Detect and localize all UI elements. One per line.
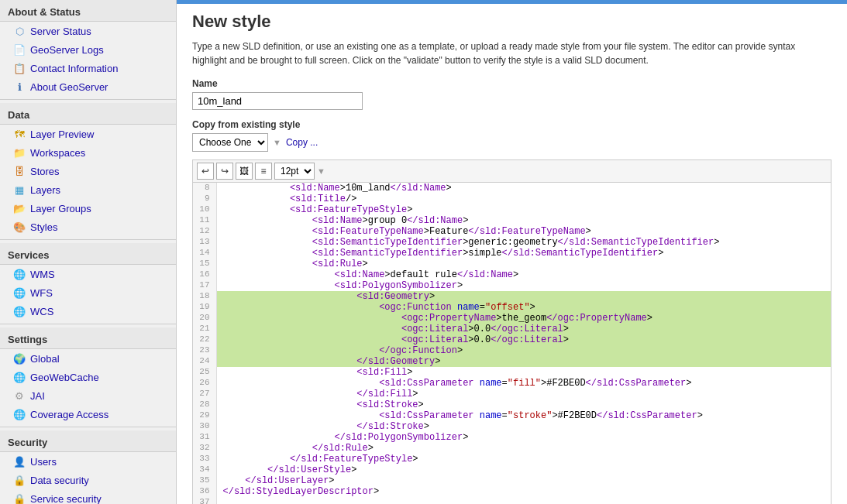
copy-label: Copy from existing style — [192, 119, 832, 130]
sidebar-item-contact-information[interactable]: 📋 Contact Information — [0, 59, 176, 77]
layer-groups-icon: 📂 — [12, 201, 26, 215]
sidebar-item-wfs[interactable]: 🌐 WFS — [0, 283, 176, 302]
undo-button[interactable]: ↩ — [197, 163, 214, 180]
line-number: 31 — [193, 432, 216, 443]
line-code: <sld:FeatureTypeName>Feature</sld:Featur… — [216, 226, 831, 237]
table-row: 26 <sld:CssParameter name="fill">#F2BE0D… — [193, 378, 831, 389]
sidebar: About & Status ⬡ Server Status 📄 GeoServ… — [0, 0, 177, 504]
line-number: 30 — [193, 421, 216, 432]
global-icon: 🌍 — [12, 351, 26, 365]
line-number: 27 — [193, 389, 216, 399]
table-row: 12 <sld:FeatureTypeName>Feature</sld:Fea… — [193, 226, 831, 237]
line-code: <sld:Fill> — [216, 367, 831, 378]
sidebar-item-geoserver-logs[interactable]: 📄 GeoServer Logs — [0, 40, 176, 59]
line-number: 9 — [193, 194, 216, 204]
sidebar-item-layer-groups[interactable]: 📂 Layer Groups — [0, 199, 176, 218]
sidebar-item-geowebcache[interactable]: 🌐 GeoWebCache — [0, 368, 176, 386]
sidebar-item-server-status[interactable]: ⬡ Server Status — [0, 22, 176, 40]
sidebar-item-jai[interactable]: ⚙ JAI — [0, 386, 176, 405]
sidebar-item-wcs[interactable]: 🌐 WCS — [0, 302, 176, 321]
page-description: Type a new SLD definition, or use an exi… — [192, 39, 832, 67]
line-number: 28 — [193, 399, 216, 410]
line-code: </sld:FeatureTypeStyle> — [216, 454, 831, 465]
users-icon: 👤 — [12, 454, 26, 468]
line-code: </sld:Fill> — [216, 389, 831, 399]
copy-link[interactable]: Copy ... — [286, 137, 318, 148]
table-row: 35 </sld:UserLayer> — [193, 475, 831, 486]
table-row: 20 <ogc:PropertyName>the_geom</ogc:Prope… — [193, 313, 831, 324]
sidebar-item-data-security[interactable]: 🔒 Data security — [0, 471, 176, 489]
sidebar-item-stores[interactable]: 🗄 Stores — [0, 162, 176, 180]
sidebar-item-layers[interactable]: ▦ Layers — [0, 180, 176, 199]
table-row: 34 </sld:UserStyle> — [193, 465, 831, 475]
sidebar-item-layer-preview[interactable]: 🗺 Layer Preview — [0, 125, 176, 143]
wfs-icon: 🌐 — [12, 286, 26, 300]
line-number: 36 — [193, 486, 216, 497]
line-code: <ogc:Literal>0.0</ogc:Literal> — [216, 334, 831, 345]
name-label: Name — [192, 78, 832, 89]
line-code: <sld:Title/> — [216, 194, 831, 204]
line-number: 16 — [193, 269, 216, 280]
line-code: <ogc:Function name="offset"> — [216, 302, 831, 313]
line-number: 29 — [193, 410, 216, 421]
logs-icon: 📄 — [12, 43, 26, 57]
sidebar-item-global[interactable]: 🌍 Global — [0, 349, 176, 368]
code-editor[interactable]: 8 <sld:Name>10m_land</sld:Name>9 <sld:Ti… — [192, 182, 832, 504]
styles-icon: 🎨 — [12, 220, 26, 234]
sidebar-item-about-geoserver[interactable]: ℹ About GeoServer — [0, 77, 176, 96]
line-number: 10 — [193, 204, 216, 215]
table-row: 27 </sld:Fill> — [193, 389, 831, 399]
sidebar-item-styles[interactable]: 🎨 Styles — [0, 218, 176, 236]
line-code: <sld:Geometry> — [216, 291, 831, 302]
page-title: New style — [192, 12, 832, 32]
line-code: <ogc:Literal>0.0</ogc:Literal> — [216, 324, 831, 334]
sidebar-item-coverage-access[interactable]: 🌐 Coverage Access — [0, 405, 176, 423]
sidebar-item-service-security[interactable]: 🔒 Service security — [0, 489, 176, 504]
list-button[interactable]: ≡ — [255, 163, 272, 180]
line-number: 12 — [193, 226, 216, 237]
line-code: <sld:SemanticTypeIdentifier>generic:geom… — [216, 237, 831, 248]
table-row: 19 <ogc:Function name="offset"> — [193, 302, 831, 313]
table-row: 31 </sld:PolygonSymbolizer> — [193, 432, 831, 443]
line-number: 18 — [193, 291, 216, 302]
service-sec-icon: 🔒 — [12, 492, 26, 504]
line-code: <sld:Rule> — [216, 259, 831, 269]
sidebar-item-wms[interactable]: 🌐 WMS — [0, 265, 176, 283]
sidebar-section-security: Security — [0, 430, 176, 452]
line-code: <sld:SemanticTypeIdentifier>simple</sld:… — [216, 248, 831, 259]
line-number: 22 — [193, 334, 216, 345]
workspaces-icon: 📁 — [12, 146, 26, 159]
image-button[interactable]: 🖼 — [236, 163, 253, 180]
name-input[interactable] — [192, 92, 363, 110]
table-row: 11 <sld:Name>group 0</sld:Name> — [193, 215, 831, 226]
line-number: 15 — [193, 259, 216, 269]
table-row: 16 <sld:Name>default rule</sld:Name> — [193, 269, 831, 280]
top-bar — [177, 0, 847, 4]
sidebar-item-workspaces[interactable]: 📁 Workspaces — [0, 143, 176, 162]
geocache-icon: 🌐 — [12, 370, 26, 384]
table-row: 13 <sld:SemanticTypeIdentifier>generic:g… — [193, 237, 831, 248]
table-row: 17 <sld:PolygonSymbolizer> — [193, 280, 831, 291]
line-code: </sld:Geometry> — [216, 356, 831, 367]
line-code: <sld:FeatureTypeStyle> — [216, 204, 831, 215]
copy-select[interactable]: Choose One — [192, 133, 268, 152]
layer-preview-icon: 🗺 — [12, 127, 26, 141]
font-size-select[interactable]: 12pt — [274, 163, 315, 180]
line-code: </sld:Stroke> — [216, 421, 831, 432]
table-row: 18 <sld:Geometry> — [193, 291, 831, 302]
data-sec-icon: 🔒 — [12, 473, 26, 487]
line-code: </sld:UserStyle> — [216, 465, 831, 475]
table-row: 33 </sld:FeatureTypeStyle> — [193, 454, 831, 465]
contact-icon: 📋 — [12, 61, 26, 75]
table-row: 30 </sld:Stroke> — [193, 421, 831, 432]
line-number: 34 — [193, 465, 216, 475]
font-size-arrow: ▼ — [317, 166, 325, 176]
line-code: </sld:UserLayer> — [216, 475, 831, 486]
redo-button[interactable]: ↪ — [216, 163, 233, 180]
table-row: 23 </ogc:Function> — [193, 345, 831, 356]
sidebar-item-users[interactable]: 👤 Users — [0, 452, 176, 471]
main-content: New style Type a new SLD definition, or … — [177, 0, 847, 504]
line-code: </sld:PolygonSymbolizer> — [216, 432, 831, 443]
stores-icon: 🗄 — [12, 164, 26, 178]
table-row: 37 — [193, 497, 831, 504]
